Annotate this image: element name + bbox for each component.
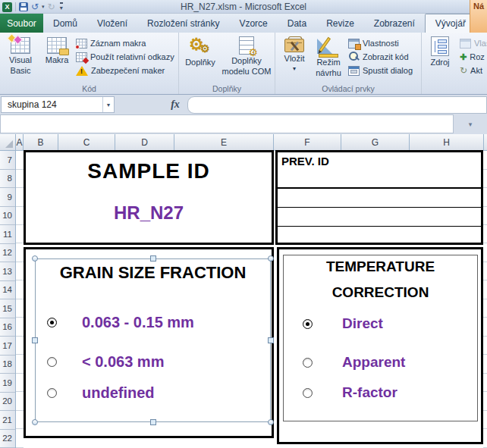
- row-header-14[interactable]: 14: [0, 281, 15, 300]
- design-mode-icon: [317, 36, 340, 56]
- relative-references-icon: [76, 52, 87, 62]
- qat-customize-icon[interactable]: ▾: [60, 2, 63, 11]
- zobrazit-kod-button[interactable]: Zobrazit kód: [348, 50, 409, 64]
- row-header-21[interactable]: 21: [0, 411, 15, 430]
- column-header-c[interactable]: C: [58, 134, 115, 150]
- pouzit-relativni-odkazy-button[interactable]: Použít relativní odkazy: [76, 50, 174, 64]
- row-header-18[interactable]: 18: [0, 356, 15, 374]
- grain-option-1[interactable]: 0.063 - 0.15 mm: [47, 313, 194, 331]
- temperature-title-line1: TEMPERATURE: [284, 258, 477, 275]
- temperature-option-2[interactable]: Apparent: [303, 353, 405, 371]
- zabezpeceni-maker-button[interactable]: Zabezpečení maker: [76, 64, 165, 77]
- zdroj-button[interactable]: Zdroj: [425, 35, 455, 83]
- row-header-16[interactable]: 16: [0, 318, 15, 337]
- visual-basic-label2: Basic: [11, 66, 31, 75]
- sample-id-cell[interactable]: SAMPLE ID HR_N27: [24, 150, 274, 245]
- row-header-20[interactable]: 20: [0, 393, 15, 412]
- grain-option-3[interactable]: undefined: [47, 384, 155, 402]
- row-header-9[interactable]: 9: [0, 188, 15, 207]
- sheet-area[interactable]: SAMPLE ID HR_N27 PREV. ID GRAIN SIZE FRA…: [16, 151, 487, 448]
- name-box-value: skupina 124: [8, 99, 57, 110]
- row-header-7[interactable]: 7: [0, 151, 15, 170]
- undo-icon[interactable]: ↺: [31, 2, 39, 11]
- radio-icon[interactable]: [303, 358, 313, 368]
- excel-logo-icon[interactable]: X: [2, 2, 12, 12]
- row-headers: 7 8 9 10 11 12 13 14 15 16 17 18 19 20 2…: [0, 151, 16, 448]
- row-header-10[interactable]: 10: [0, 207, 15, 226]
- visual-basic-button[interactable]: Visual Basic: [4, 35, 37, 83]
- grain-option-2[interactable]: < 0.063 mm: [47, 352, 164, 371]
- column-header-g[interactable]: G: [341, 134, 410, 150]
- radio-icon[interactable]: [47, 357, 57, 367]
- radio-selected-icon[interactable]: [47, 318, 57, 327]
- doplnky-com-label2: modelu COM: [222, 67, 272, 76]
- selection-handle[interactable]: [150, 419, 156, 425]
- column-header-b[interactable]: B: [24, 134, 58, 150]
- row-header-12[interactable]: 12: [0, 244, 15, 263]
- radio-icon[interactable]: [303, 388, 313, 398]
- vlozit-button[interactable]: Vložit ▾: [279, 35, 309, 83]
- rezim-navrhu-button[interactable]: Režim návrhu: [312, 35, 345, 83]
- tab-soubor[interactable]: Soubor: [0, 14, 43, 33]
- prev-id-cell[interactable]: PREV. ID: [275, 150, 483, 245]
- temperature-option-3-label: R-factor: [342, 384, 397, 401]
- row-header-19[interactable]: 19: [0, 374, 15, 393]
- temperature-option-3[interactable]: R-factor: [303, 384, 397, 402]
- column-header-h[interactable]: H: [410, 134, 484, 150]
- column-header-a[interactable]: A: [16, 134, 24, 150]
- row-header-11[interactable]: 11: [0, 225, 15, 244]
- column-header-e[interactable]: E: [174, 134, 274, 150]
- makra-button[interactable]: Makra: [40, 35, 74, 83]
- selection-handle[interactable]: [268, 337, 274, 343]
- name-box[interactable]: skupina 124 ▼: [1, 96, 115, 113]
- divider: [15, 2, 16, 11]
- formula-input[interactable]: [187, 96, 487, 114]
- selection-handle[interactable]: [32, 419, 38, 425]
- spustit-dialog-button[interactable]: Spustit dialog: [348, 64, 413, 77]
- zaznam-makra-button[interactable]: Záznam makra: [76, 36, 146, 50]
- row-header-22[interactable]: 22: [0, 430, 15, 448]
- selection-handle[interactable]: [32, 255, 38, 262]
- column-header-d[interactable]: D: [115, 134, 174, 150]
- temperature-option-1[interactable]: Direct: [303, 315, 383, 333]
- doplnky-com-button[interactable]: Doplňky modelu COM: [220, 35, 273, 83]
- save-icon[interactable]: [19, 2, 28, 11]
- select-all-corner[interactable]: [0, 134, 16, 150]
- tab-vlozeni[interactable]: Vložení: [87, 14, 137, 33]
- radio-icon[interactable]: [47, 388, 57, 398]
- insert-function-button[interactable]: fx: [164, 96, 187, 113]
- divider: [278, 207, 481, 208]
- row-header-13[interactable]: 13: [0, 262, 15, 281]
- row-header-15[interactable]: 15: [0, 299, 15, 318]
- selection-handle[interactable]: [268, 255, 274, 262]
- vlastnosti-button[interactable]: Vlastnosti: [348, 36, 399, 50]
- tab-domu[interactable]: Domů: [43, 14, 87, 33]
- formula-bar-expand-icon[interactable]: ▾: [454, 114, 487, 133]
- tab-vyvojar[interactable]: Vývojář: [425, 14, 476, 33]
- row-header-8[interactable]: 8: [0, 170, 15, 189]
- selection-handle[interactable]: [150, 255, 156, 262]
- tab-data[interactable]: Data: [278, 14, 316, 33]
- temperature-frame[interactable]: TEMPERATURE CORRECTION Direct Apparent R…: [283, 255, 478, 421]
- contextual-tab-fragment[interactable]: Ná: [470, 0, 487, 33]
- xml-rozsirujici-button[interactable]: ✚ Roz: [460, 50, 485, 64]
- tab-rozlozeni-stranky[interactable]: Rozložení stránky: [137, 14, 229, 33]
- temperature-title-line2: CORRECTION: [284, 284, 477, 301]
- selection-handle[interactable]: [268, 419, 274, 425]
- zaznam-makra-label: Záznam makra: [90, 39, 146, 48]
- undo-dropdown-icon[interactable]: ▾: [42, 4, 45, 10]
- tab-revize[interactable]: Revize: [316, 14, 364, 33]
- formula-input-line2[interactable]: [0, 114, 454, 133]
- fx-icon: fx: [171, 99, 180, 111]
- column-header-f[interactable]: F: [274, 134, 341, 150]
- row-header-17[interactable]: 17: [0, 337, 15, 356]
- doplnky-button[interactable]: ⚙⚙ Doplňky: [184, 35, 217, 83]
- radio-selected-icon[interactable]: [303, 319, 313, 329]
- grain-size-frame[interactable]: GRAIN SIZE FRACTION 0.063 - 0.15 mm < 0.…: [35, 258, 271, 422]
- tab-vzorce[interactable]: Vzorce: [229, 14, 277, 33]
- rezim-label2: návrhu: [316, 68, 341, 77]
- name-box-dropdown-icon[interactable]: ▼: [102, 97, 114, 112]
- tab-zobrazeni[interactable]: Zobrazení: [364, 14, 425, 33]
- selection-handle[interactable]: [32, 337, 38, 343]
- xml-aktualizovat-button[interactable]: ↻ Akt: [460, 64, 482, 77]
